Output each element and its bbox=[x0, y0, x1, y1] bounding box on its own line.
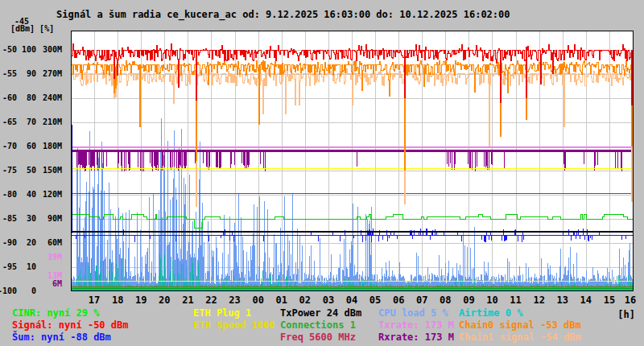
x-axis-hour-label: 14 bbox=[576, 295, 597, 306]
x-axis-hour-label: 05 bbox=[365, 295, 386, 306]
y-axis-tick-label: 210M bbox=[35, 117, 62, 126]
y-axis-tick-label: 70 bbox=[17, 117, 36, 126]
x-axis-hour-label: 20 bbox=[154, 295, 175, 306]
y-axis-tick-label: 100 bbox=[17, 45, 36, 54]
y-axis-tick-label: 90 bbox=[17, 69, 36, 78]
y-axis-tick-label: -100 bbox=[0, 286, 17, 295]
x-axis-hour-label: 03 bbox=[318, 295, 339, 306]
y-axis-tick-label: 60M bbox=[35, 238, 62, 247]
y-axis-tick-label: -50 bbox=[0, 45, 17, 54]
x-axis-hour-label: 22 bbox=[200, 295, 221, 306]
legend-item-eth-plug: ETH Plug 1 bbox=[193, 307, 251, 319]
legend-item-airtime: Airtime 0 % bbox=[459, 307, 522, 319]
legend-item-cinr: CINR: nyní 29 % bbox=[12, 307, 99, 319]
x-axis-hour-label: 04 bbox=[341, 295, 362, 306]
y-axis-rate-label: 39M bbox=[35, 253, 62, 262]
y-axis-tick-label: 10 bbox=[17, 262, 36, 271]
legend-item-chain0: Chain0 signal -53 dBm bbox=[459, 319, 581, 331]
x-axis-hour-label: 18 bbox=[107, 295, 128, 306]
y-axis-tick-label: -75 bbox=[0, 166, 17, 175]
x-axis-hour-label: 13 bbox=[552, 295, 573, 306]
x-axis-hour-label: 17 bbox=[84, 295, 105, 306]
x-axis-hour-label: 07 bbox=[411, 295, 432, 306]
y-axis-tick-label: 90M bbox=[35, 214, 62, 223]
x-axis-hour-label: 11 bbox=[506, 295, 526, 306]
legend-item-txpower: TxPower 24 dBm bbox=[280, 307, 361, 319]
y-axis-tick-label: -90 bbox=[0, 238, 17, 247]
y-axis-tick-label: 120M bbox=[35, 190, 62, 199]
y-axis-tick-label: 40 bbox=[17, 190, 36, 199]
x-axis-hour-label: 00 bbox=[248, 295, 269, 306]
legend-item-eth-speed: ETH Speed 1000 bbox=[193, 319, 275, 331]
y-axis-tick-label: -85 bbox=[0, 214, 17, 223]
x-axis-hour-label: 08 bbox=[435, 295, 456, 306]
y-axis-tick-label: 180M bbox=[35, 142, 62, 150]
y-axis-tick-label: 80 bbox=[17, 93, 36, 102]
x-axis-hour-label: 19 bbox=[130, 295, 151, 306]
x-axis-hour-label: 21 bbox=[177, 295, 198, 306]
y-axis-tick-label: -60 bbox=[0, 93, 17, 102]
y-axis-tick-label: -95 bbox=[0, 262, 17, 271]
y-axis-tick-label: -80 bbox=[0, 190, 17, 199]
y-axis-tick-label: 60 bbox=[17, 142, 36, 150]
signal-monitor-page: { "title": "Signál a šum radia ce_kucera… bbox=[0, 0, 644, 346]
y-axis-tick-label: 270M bbox=[35, 69, 62, 78]
y-axis-tick-label: 240M bbox=[35, 93, 62, 102]
x-axis-hour-label: 10 bbox=[481, 295, 502, 306]
y-axis-tick-label: 20 bbox=[17, 238, 36, 247]
y-axis-unit-header: [dBm] [%] bbox=[10, 24, 54, 33]
y-axis-tick-label: -65 bbox=[0, 117, 17, 126]
x-axis-hour-label: 12 bbox=[529, 295, 550, 306]
legend-item-signal: Signál: nyní -50 dBm bbox=[12, 319, 129, 331]
legend-item-noise: Šum: nyní -88 dBm bbox=[12, 332, 111, 343]
x-axis-hour-label: 23 bbox=[225, 295, 246, 306]
x-axis-hour-label: 06 bbox=[388, 295, 409, 306]
x-axis-hour-label: 01 bbox=[271, 295, 292, 306]
x-axis-unit-label: [h] bbox=[609, 309, 635, 320]
y-axis-rate-label: 6M bbox=[35, 279, 62, 288]
legend-item-freq: Freq 5600 MHz bbox=[280, 332, 356, 343]
y-axis-tick-label: 30 bbox=[17, 214, 36, 223]
y-axis-tick-label: 300M bbox=[35, 45, 62, 54]
legend-item-cpu-load: CPU load 5 % bbox=[378, 307, 448, 319]
x-axis-hour-label: 16 bbox=[620, 295, 641, 306]
chart-canvas bbox=[71, 31, 634, 291]
chart-title: Signál a šum radia ce_kucera_ac od: 9.12… bbox=[56, 9, 510, 20]
y-axis-tick-label: 150M bbox=[35, 166, 62, 175]
y-axis-tick-label: -70 bbox=[0, 142, 17, 150]
legend-item-txrate: Txrate: 173 M bbox=[378, 319, 454, 331]
legend-item-chain1: Chain1 signal -54 dBm bbox=[459, 332, 581, 343]
legend-item-connections: Connections 1 bbox=[280, 319, 356, 331]
x-axis-hour-label: 09 bbox=[458, 295, 479, 306]
x-axis-hour-label: 02 bbox=[295, 295, 316, 306]
legend-item-rxrate: Rxrate: 173 M bbox=[378, 332, 454, 343]
y-axis-tick-label: 50 bbox=[17, 166, 36, 175]
x-axis-hour-label: 15 bbox=[599, 295, 620, 306]
y-axis-tick-label: -55 bbox=[0, 69, 17, 78]
y-axis-tick-label: 0 bbox=[17, 286, 36, 295]
